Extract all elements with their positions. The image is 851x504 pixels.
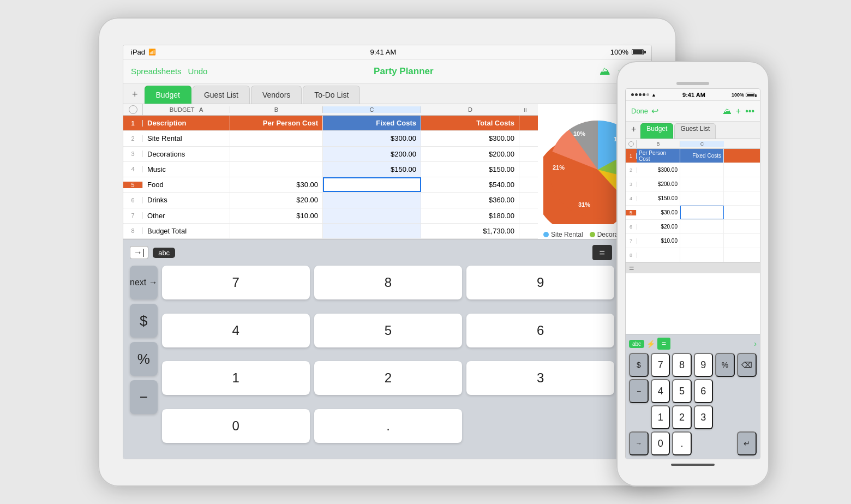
tab-key-icon[interactable]: →| — [130, 246, 148, 259]
iphone-cell-4b[interactable]: $150.00 — [637, 191, 680, 205]
key-6[interactable]: 6 — [466, 314, 614, 347]
iphone-tab-key[interactable]: → — [629, 431, 649, 455]
cell-2a[interactable]: Site Rental — [143, 131, 230, 146]
iphone-cell-3b[interactable]: $200.00 — [637, 177, 680, 191]
iphone-add-icon[interactable]: + — [736, 106, 741, 116]
key-1[interactable]: 1 — [162, 361, 310, 395]
cell-5c[interactable] — [323, 177, 421, 192]
iphone-cell-3c[interactable] — [680, 177, 724, 191]
cell-7b[interactable]: $10.00 — [230, 208, 323, 223]
iphone-enter-key[interactable]: ↵ — [737, 431, 757, 455]
cell-6b[interactable]: $20.00 — [230, 193, 323, 207]
iphone-next-arrow[interactable]: › — [754, 339, 757, 348]
key-0[interactable]: 0 — [162, 409, 310, 443]
iphone-cell-2c[interactable] — [680, 163, 724, 177]
minus-key[interactable]: − — [130, 380, 158, 414]
iphone-tab-guest-list[interactable]: Guest List — [674, 123, 716, 139]
cell-3b[interactable] — [230, 147, 323, 161]
iphone-tab-budget[interactable]: Budget — [640, 123, 673, 139]
cell-4a[interactable]: Music — [143, 162, 230, 177]
iphone-percent-key[interactable]: % — [715, 353, 735, 377]
key-8[interactable]: 8 — [314, 266, 462, 299]
iphone-key-1[interactable]: 1 — [651, 405, 670, 429]
cell-7a[interactable]: Other — [143, 208, 230, 223]
cell-4b[interactable] — [230, 162, 323, 177]
iphone-key-4[interactable]: 4 — [651, 379, 670, 403]
iphone-cell-5c[interactable] — [680, 206, 724, 219]
iphone-dollar-key[interactable]: $ — [629, 353, 649, 377]
iphone-hdr-c[interactable]: Fixed Costs — [680, 149, 724, 163]
iphone-key-5[interactable]: 5 — [672, 379, 691, 403]
iphone-cell-7c[interactable] — [680, 234, 724, 248]
iphone-more-icon[interactable]: ••• — [745, 106, 754, 116]
cell-7c[interactable] — [323, 208, 421, 223]
header-description[interactable]: Description — [143, 116, 230, 130]
cell-3a[interactable]: Decorations — [143, 147, 230, 161]
iphone-cell-8c[interactable] — [680, 248, 724, 262]
iphone-key-7[interactable]: 7 — [651, 353, 670, 377]
cell-6a[interactable]: Drinks — [143, 193, 230, 207]
iphone-undo-button[interactable]: ↩ — [651, 106, 658, 116]
tab-todo[interactable]: To-Do List — [303, 86, 360, 104]
iphone-key-decimal[interactable]: . — [672, 431, 691, 455]
cell-8a[interactable]: Budget Total — [143, 224, 230, 238]
iphone-lightning-icon[interactable]: ⚡ — [646, 340, 655, 348]
iphone-minus-key[interactable]: − — [629, 379, 649, 403]
iphone-add-tab[interactable]: + — [628, 123, 639, 139]
iphone-key-8[interactable]: 8 — [672, 353, 691, 377]
key-9[interactable]: 9 — [466, 266, 614, 299]
iphone-cell-7b[interactable]: $10.00 — [637, 234, 680, 248]
iphone-collaborate-icon[interactable]: ⛰ — [723, 106, 732, 116]
dollar-key[interactable]: $ — [130, 304, 158, 338]
cell-2c[interactable]: $300.00 — [323, 131, 421, 146]
iphone-key-0[interactable]: 0 — [651, 431, 670, 455]
cell-6d[interactable]: $360.00 — [421, 193, 519, 207]
iphone-key-3[interactable]: 3 — [694, 405, 713, 429]
cell-5d[interactable]: $540.00 — [421, 177, 519, 192]
iphone-cell-6c[interactable] — [680, 220, 724, 233]
iphone-backspace-key[interactable]: ⌫ — [737, 353, 757, 377]
iphone-home-indicator[interactable] — [671, 464, 715, 466]
iphone-cell-2b[interactable]: $300.00 — [637, 163, 680, 177]
percent-key[interactable]: % — [130, 342, 158, 376]
spreadsheets-button[interactable]: Spreadsheets — [131, 67, 182, 76]
iphone-cell-4c[interactable] — [680, 191, 724, 205]
cell-3d[interactable]: $200.00 — [421, 147, 519, 161]
next-tab-key[interactable]: next → — [130, 266, 158, 299]
cell-5a[interactable]: Food — [143, 177, 230, 192]
iphone-cell-6b[interactable]: $20.00 — [637, 220, 680, 233]
header-per-person[interactable]: Per Person Cost — [230, 116, 323, 130]
cell-4d[interactable]: $150.00 — [421, 162, 519, 177]
cell-4c[interactable]: $150.00 — [323, 162, 421, 177]
iphone-cell-8b[interactable] — [637, 248, 680, 262]
iphone-hdr-b[interactable]: Per Person Cost — [637, 149, 680, 163]
iphone-key-2[interactable]: 2 — [672, 405, 691, 429]
cell-8d[interactable]: $1,730.00 — [421, 224, 519, 238]
cell-3c[interactable]: $200.00 — [323, 147, 421, 161]
cell-8c[interactable] — [323, 224, 421, 238]
equals-button[interactable]: = — [592, 245, 612, 260]
key-3[interactable]: 3 — [466, 361, 614, 395]
key-4[interactable]: 4 — [162, 314, 310, 347]
cell-8b[interactable] — [230, 224, 323, 238]
key-5[interactable]: 5 — [314, 314, 462, 347]
cell-5b[interactable]: $30.00 — [230, 177, 323, 192]
iphone-cell-5b[interactable]: $30.00 — [637, 206, 680, 219]
key-decimal[interactable]: . — [314, 409, 462, 443]
tab-vendors[interactable]: Vendors — [251, 86, 302, 104]
iphone-key-9[interactable]: 9 — [694, 353, 713, 377]
key-7[interactable]: 7 — [162, 266, 310, 299]
iphone-abc-button[interactable]: abc — [629, 340, 644, 348]
iphone-key-6[interactable]: 6 — [694, 379, 713, 403]
pause-button[interactable]: ⏸ — [519, 107, 531, 113]
header-fixed-costs[interactable]: Fixed Costs — [323, 116, 421, 130]
iphone-equals-button[interactable]: = — [657, 338, 670, 350]
key-2[interactable]: 2 — [314, 361, 462, 395]
abc-mode-button[interactable]: abc — [153, 248, 175, 258]
collaborate-icon[interactable]: ⛰ — [600, 65, 610, 77]
undo-button[interactable]: Undo — [188, 67, 208, 76]
done-button[interactable]: Done — [631, 107, 648, 115]
add-tab-button[interactable]: + — [127, 86, 143, 104]
tab-budget[interactable]: Budget — [145, 86, 191, 104]
tab-guest-list[interactable]: Guest List — [193, 86, 250, 104]
